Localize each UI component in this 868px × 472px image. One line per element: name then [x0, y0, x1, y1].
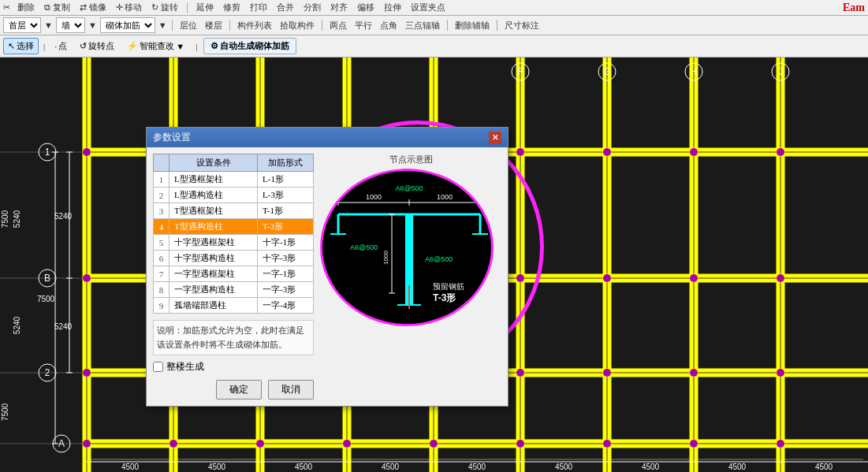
- svg-text:4500: 4500: [642, 463, 660, 471]
- checkbox-row: 整楼生成: [153, 360, 314, 374]
- whole-building-checkbox[interactable]: [153, 362, 163, 372]
- svg-point-41: [83, 148, 91, 156]
- table-row[interactable]: 5 十字型遇框架柱 十字-1形: [154, 235, 314, 251]
- svg-text:T-3形: T-3形: [433, 292, 456, 303]
- row-form: 十字-1形: [258, 235, 314, 251]
- svg-text:7500: 7500: [1, 403, 9, 421]
- layer-group: 首层: [3, 17, 41, 33]
- table-row[interactable]: 8 一字型遇构造柱 一字-3形: [154, 282, 314, 298]
- dialog-close-btn[interactable]: ✕: [489, 132, 501, 144]
- parallel-btn[interactable]: 平行: [352, 19, 374, 32]
- col-condition: 设置条件: [170, 154, 258, 172]
- split-btn[interactable]: 分割: [301, 1, 323, 14]
- point-icon: ·: [54, 42, 57, 51]
- svg-point-66: [690, 369, 698, 377]
- angle-btn[interactable]: 点角: [378, 19, 400, 32]
- preview-label: 节点示意图: [320, 154, 501, 165]
- svg-text:1000: 1000: [437, 193, 453, 201]
- subtype-select[interactable]: 砌体加筋: [100, 17, 155, 33]
- print-btn[interactable]: 打印: [248, 1, 270, 14]
- rotate-btn[interactable]: ↻ 旋转: [149, 1, 181, 14]
- row-num: 7: [154, 266, 170, 282]
- auto-generate-btn[interactable]: ⚙ 自动生成砌体加筋: [203, 38, 296, 54]
- pick-component-btn[interactable]: 拾取构件: [278, 19, 317, 32]
- trim-btn[interactable]: 修剪: [221, 1, 243, 14]
- svg-point-75: [690, 440, 698, 448]
- grip-btn[interactable]: 设置夹点: [408, 1, 448, 14]
- svg-point-47: [603, 148, 611, 156]
- sep4: [322, 20, 322, 31]
- table-row[interactable]: 1 L型遇框架柱 L-1形: [154, 172, 314, 188]
- component-list-btn[interactable]: 构件列表: [235, 19, 274, 32]
- layer-select[interactable]: 首层: [3, 17, 41, 33]
- svg-text:A6@500: A6@500: [425, 255, 453, 263]
- cancel-button[interactable]: 取消: [268, 380, 314, 400]
- svg-point-65: [603, 369, 611, 377]
- third-toolbar: ↖ 选择 | · 点 ↺ 旋转点 ⚡ 智能查改 ▼ | ⚙ 自动生成砌体加筋: [0, 35, 868, 58]
- delete-axis-btn[interactable]: 删除辅轴: [453, 19, 492, 32]
- cad-canvas[interactable]: F G H J 1 B 2 A 5240 5240 7500 7500 5240…: [0, 58, 868, 472]
- two-point-btn[interactable]: 两点: [327, 19, 349, 32]
- svg-text:1000: 1000: [366, 193, 382, 201]
- svg-text:4500: 4500: [208, 463, 226, 471]
- chevron-icon: ▼: [176, 42, 184, 51]
- row-form: 一字-3形: [258, 282, 314, 298]
- select-btn[interactable]: ↖ 选择: [3, 38, 39, 54]
- svg-point-57: [690, 274, 698, 282]
- extend-btn[interactable]: 延伸: [194, 1, 216, 14]
- checkbox-label: 整楼生成: [166, 360, 204, 374]
- point-btn[interactable]: · 点: [50, 38, 72, 54]
- description-text: 说明：加筋形式允许为空，此时在满足该设置条件时将不生成砌体加筋。: [153, 320, 314, 355]
- three-point-btn[interactable]: 三点辐轴: [403, 19, 442, 32]
- dim-btn[interactable]: 尺寸标注: [502, 19, 542, 32]
- floor-btn[interactable]: 楼层: [203, 19, 225, 32]
- row-num: 5: [154, 235, 170, 251]
- rotate-icon: ↺: [80, 41, 87, 51]
- svg-text:H: H: [691, 66, 698, 77]
- top-toolbar: ✂ 删除 ⧉ 复制 ⇄ 镜像 ✛ 移动 ↻ 旋转 延伸 修剪 打印 合并 分割 …: [0, 0, 868, 16]
- svg-point-64: [516, 369, 524, 377]
- delete-btn[interactable]: 删除: [15, 1, 37, 14]
- stretch-btn[interactable]: 拉伸: [382, 1, 404, 14]
- dialog-title-bar[interactable]: 参数设置 ✕: [147, 128, 508, 147]
- table-row-selected[interactable]: 4 T型遇构造柱 T-3形: [154, 219, 314, 235]
- row-form: L-3形: [258, 188, 314, 203]
- move-btn[interactable]: ✛ 移动: [114, 1, 145, 14]
- svg-text:4500: 4500: [295, 463, 313, 471]
- dialog-body: 设置条件 加筋形式 1 L型遇框架柱 L-1形 2: [147, 147, 508, 406]
- row-num: 1: [154, 172, 170, 188]
- floor-level-btn[interactable]: 层位: [177, 19, 199, 32]
- table-row[interactable]: 3 T型遇框架柱 T-1形: [154, 203, 314, 219]
- svg-text:5240: 5240: [54, 212, 73, 221]
- table-row[interactable]: 7 一字型遇框架柱 一字-1形: [154, 266, 314, 282]
- offset-btn[interactable]: 偏移: [355, 1, 377, 14]
- svg-text:4500: 4500: [728, 463, 747, 471]
- table-row[interactable]: 2 L型遇构造柱 L-3形: [154, 188, 314, 203]
- type-select[interactable]: 墙: [56, 17, 85, 33]
- table-row[interactable]: 6 十字型遇构造柱 十字-3形: [154, 251, 314, 266]
- row-condition: 十字型遇构造柱: [170, 251, 258, 266]
- param-table: 设置条件 加筋形式 1 L型遇框架柱 L-1形 2: [153, 154, 314, 314]
- cursor-icon: ↖: [8, 41, 15, 51]
- mirror-btn[interactable]: ⇄ 镜像: [77, 1, 109, 14]
- row-num: 6: [154, 251, 170, 266]
- table-row[interactable]: 9 孤墙端部遇柱 一字-4形: [154, 298, 314, 314]
- rotate-point-btn[interactable]: ↺ 旋转点: [75, 38, 119, 54]
- align-btn[interactable]: 对齐: [328, 1, 350, 14]
- svg-text:1000: 1000: [382, 251, 389, 265]
- svg-text:F: F: [517, 66, 523, 77]
- row-form: 十字-3形: [258, 251, 314, 266]
- row-form: T-3形: [258, 219, 314, 235]
- smart-btn[interactable]: ⚡ 智能查改 ▼: [122, 38, 189, 54]
- auto-icon: ⚙: [210, 41, 218, 51]
- svg-point-58: [777, 274, 784, 282]
- svg-point-46: [516, 148, 524, 156]
- merge-btn[interactable]: 合并: [274, 1, 296, 14]
- svg-point-68: [83, 440, 91, 448]
- sep3: [229, 20, 230, 31]
- row-form: 一字-4形: [258, 298, 314, 314]
- copy-btn[interactable]: ⧉ 复制: [42, 1, 73, 14]
- ok-button[interactable]: 确定: [216, 380, 262, 400]
- svg-text:G: G: [603, 66, 610, 77]
- row-form: L-1形: [258, 172, 314, 188]
